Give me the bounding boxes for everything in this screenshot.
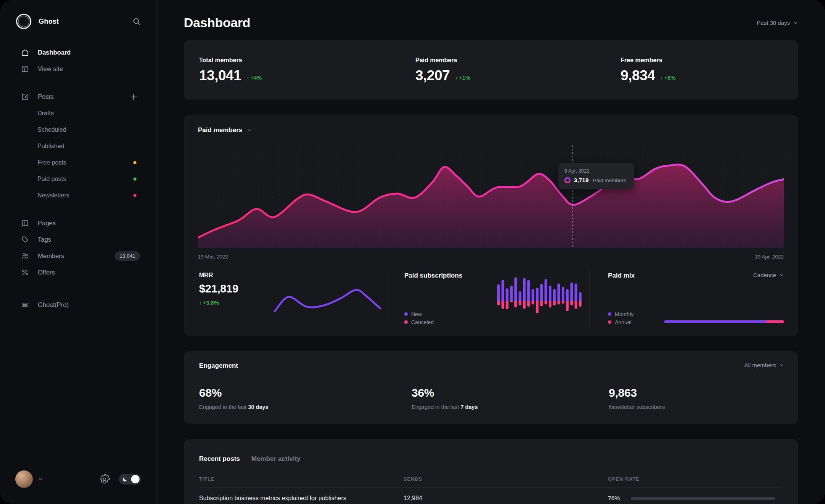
ghost-logo-icon [16,14,31,29]
tooltip-value: 3,719 [574,177,589,184]
edit-icon [21,93,29,101]
sidebar-item-view-site[interactable]: View site [15,61,141,77]
engagement-caption: Engaged in the last 30 days [199,404,395,410]
arrow-up-icon: ↑ [246,75,249,81]
sidebar-item-tags[interactable]: Tags [15,231,141,248]
sidebar-item-posts[interactable]: Posts [15,89,141,105]
tag-icon [21,236,29,244]
post-sends: 12,984 [404,495,608,502]
paid-mix-title: Paid mix [608,272,635,279]
sidebar-item-paid-posts[interactable]: Paid posts [15,171,141,187]
sidebar-item-free-posts[interactable]: Free posts [15,154,141,171]
arrow-up-icon: ↑ [199,300,202,306]
sidebar-item-offers[interactable]: Offers [15,264,141,281]
toggle-knob [131,475,139,483]
ghost-pro-icon [21,301,29,309]
legend-label: Monthly [615,311,634,317]
all-members-label: All members [744,362,776,368]
paid-mix-legend: Monthly Annual [608,310,634,326]
user-menu-chevron-icon[interactable] [37,476,44,482]
brand-row: Ghost [15,0,141,29]
chart-tooltip: 9 Apr, 2022 3,719 Paid members [558,163,634,189]
sub-item-label: Published [37,143,64,150]
column-sends: SENDS [404,477,608,482]
stat-delta: ↑+1% [455,75,470,81]
legend-label: Canceled [411,319,434,325]
main-content: Dashboard Past 30 days Total members 13,… [157,0,825,504]
tab-member-activity[interactable]: Member activity [251,455,301,463]
tooltip-series-label: Paid members [593,178,626,183]
arrow-up-icon: ↑ [660,75,663,81]
sidebar-item-drafts[interactable]: Drafts [15,105,141,121]
sidebar-item-label: Dashboard [38,49,71,56]
layout-icon [21,65,29,73]
sidebar-item-pages[interactable]: Pages [15,215,141,231]
moon-icon [122,477,128,482]
user-avatar[interactable] [15,470,33,488]
post-open-rate: 76% [608,495,783,502]
app-window: Ghost Dashboard View site Posts [0,0,825,504]
open-rate-bar [631,497,775,500]
date-range-dropdown[interactable]: Past 30 days [757,19,798,26]
sidebar-item-label: View site [38,65,63,73]
mrr-section: MRR $21,819 ↑+3.8% [184,270,394,326]
sub-item-label: Scheduled [37,126,66,133]
paid-subscriptions-section: Paid subscriptions New Canceled [394,270,589,326]
monthly-legend-dot [608,312,611,316]
settings-gear-icon[interactable] [99,474,110,485]
engagement-metric-30d: 68% Engaged in the last 30 days [184,386,395,410]
paid-members-chart[interactable]: 9 Apr, 2022 3,719 Paid members [198,145,784,248]
posts-activity-tabs: Recent posts Member activity [199,455,783,463]
monthly-bar-segment [664,320,766,323]
tooltip-date: 9 Apr, 2022 [564,168,626,174]
sidebar-item-label: Ghost(Pro) [38,301,69,309]
paid-subscriptions-legend: New Canceled [404,310,462,326]
paid-subscriptions-title: Paid subscriptions [404,272,462,279]
engagement-card: Engagement All members 68% Engaged in th… [184,351,798,424]
mrr-sparkline [274,282,383,314]
members-icon [21,252,29,260]
sidebar-item-newsletters[interactable]: Newsletters [15,187,141,204]
all-members-dropdown[interactable]: All members [744,362,784,368]
sidebar-item-members[interactable]: Members 13,041 [15,248,141,264]
x-axis-start-label: 19 Mar, 2022 [198,254,228,260]
engagement-title: Engagement [199,362,238,370]
legend-label: Annual [615,319,632,325]
sidebar-item-label: Offers [38,269,55,276]
stat-delta: ↑+8% [660,75,676,81]
sidebar-item-ghost-pro[interactable]: Ghost(Pro) [15,297,141,313]
newsletters-dot [133,194,136,197]
free-posts-dot [133,161,136,164]
arrow-up-icon: ↑ [455,75,458,81]
paid-posts-dot [133,178,136,181]
brand-name: Ghost [39,18,59,26]
sidebar-item-published[interactable]: Published [15,138,141,154]
sidebar: Ghost Dashboard View site Posts [0,0,157,504]
tab-recent-posts[interactable]: Recent posts [199,455,240,463]
annual-legend-dot [608,320,611,324]
engagement-value: 9,863 [609,386,798,399]
stat-label: Paid members [415,57,605,64]
mrr-label: MRR [199,272,238,279]
sidebar-item-label: Pages [38,220,56,227]
stat-value: 13,041 [199,68,241,84]
add-post-button[interactable] [130,93,138,101]
mrr-value: $21,819 [199,283,238,295]
percent-icon [21,268,29,276]
sidebar-item-label: Tags [38,236,51,243]
canceled-legend-dot [404,320,408,324]
dark-mode-toggle[interactable] [119,474,141,485]
column-title: TITLE [199,477,404,482]
search-icon[interactable] [132,17,141,26]
engagement-metric-subscribers: 9,863 Newsletter subscribers [592,386,798,410]
chart-metric-dropdown-chevron-icon[interactable] [247,128,252,133]
sidebar-item-scheduled[interactable]: Scheduled [15,121,141,138]
recent-posts-card: Recent posts Member activity TITLE SENDS… [184,439,798,504]
sidebar-item-dashboard[interactable]: Dashboard [15,44,141,61]
stat-delta: ↑+4% [246,75,262,81]
paid-mix-section: Paid mix Cadence Monthly Annual [589,270,798,326]
sidebar-item-label: Members [38,252,64,260]
cadence-dropdown[interactable]: Cadence [753,272,784,278]
members-stats-card: Total members 13,041 ↑+4% Paid members 3… [184,40,798,100]
table-row[interactable]: Subscription business metrics explained … [199,488,783,504]
